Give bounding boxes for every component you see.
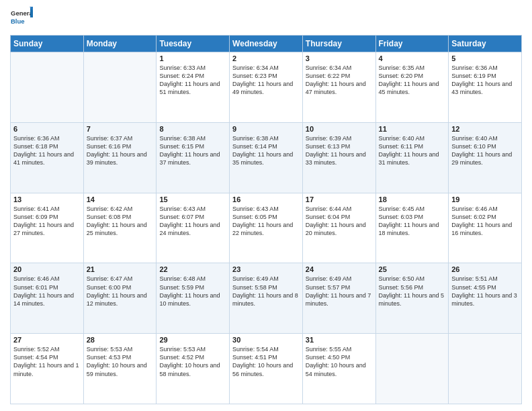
sunset-text: Sunset: 6:02 PM	[451, 214, 496, 220]
sunrise-text: Sunrise: 6:39 AM	[306, 135, 352, 142]
sunset-text: Sunset: 6:05 PM	[232, 214, 277, 220]
sunrise-text: Sunrise: 6:49 AM	[232, 275, 279, 282]
table-row: 3 Sunrise: 6:34 AM Sunset: 6:22 PM Dayli…	[302, 52, 375, 123]
day-number: 27	[13, 336, 81, 344]
sunrise-text: Sunrise: 6:43 AM	[232, 205, 279, 212]
sunset-text: Sunset: 6:09 PM	[13, 214, 58, 220]
sunset-text: Sunset: 4:51 PM	[232, 354, 277, 361]
table-row: 18 Sunrise: 6:45 AM Sunset: 6:03 PM Dayl…	[375, 193, 449, 263]
sunrise-text: Sunrise: 6:34 AM	[306, 64, 352, 71]
table-row: 14 Sunrise: 6:42 AM Sunset: 6:08 PM Dayl…	[83, 193, 157, 263]
sunrise-text: Sunrise: 5:52 AM	[13, 346, 60, 353]
col-tuesday: Tuesday	[157, 36, 230, 52]
sunset-text: Sunset: 6:15 PM	[159, 143, 204, 150]
sunset-text: Sunset: 6:19 PM	[451, 73, 496, 79]
table-row: 17 Sunrise: 6:44 AM Sunset: 6:04 PM Dayl…	[302, 193, 375, 263]
table-row: 5 Sunrise: 6:36 AM Sunset: 6:19 PM Dayli…	[449, 52, 522, 123]
table-row: 23 Sunrise: 6:49 AM Sunset: 5:58 PM Dayl…	[230, 263, 303, 334]
daylight-text: Daylight: 11 hours and 14 minutes.	[13, 292, 74, 307]
sunset-text: Sunset: 6:18 PM	[13, 143, 58, 150]
table-row: 6 Sunrise: 6:36 AM Sunset: 6:18 PM Dayli…	[11, 122, 84, 193]
daylight-text: Daylight: 10 hours and 59 minutes.	[87, 362, 147, 377]
col-sunday: Sunday	[11, 36, 84, 52]
table-row: 30 Sunrise: 5:54 AM Sunset: 4:51 PM Dayl…	[230, 334, 303, 404]
sunset-text: Sunset: 4:55 PM	[451, 284, 496, 291]
day-number: 22	[159, 265, 226, 273]
daylight-text: Daylight: 11 hours and 8 minutes.	[232, 292, 298, 307]
daylight-text: Daylight: 11 hours and 22 minutes.	[232, 222, 293, 236]
table-row: 31 Sunrise: 5:55 AM Sunset: 4:50 PM Dayl…	[302, 334, 375, 404]
col-thursday: Thursday	[302, 36, 375, 52]
col-saturday: Saturday	[449, 36, 522, 52]
header: General Blue	[10, 7, 522, 30]
day-number: 18	[379, 195, 446, 203]
table-row: 15 Sunrise: 6:43 AM Sunset: 6:07 PM Dayl…	[157, 193, 230, 263]
table-row: 19 Sunrise: 6:46 AM Sunset: 6:02 PM Dayl…	[449, 193, 522, 263]
sunrise-text: Sunrise: 6:44 AM	[306, 205, 352, 212]
daylight-text: Daylight: 11 hours and 49 minutes.	[232, 81, 293, 95]
sunset-text: Sunset: 6:07 PM	[159, 214, 204, 220]
day-number: 15	[159, 195, 226, 203]
table-row	[375, 334, 449, 404]
daylight-text: Daylight: 10 hours and 58 minutes.	[159, 362, 220, 377]
table-row	[449, 334, 522, 404]
sunset-text: Sunset: 6:04 PM	[306, 214, 351, 220]
day-number: 10	[306, 125, 373, 133]
table-row: 1 Sunrise: 6:33 AM Sunset: 6:24 PM Dayli…	[157, 52, 230, 123]
sunset-text: Sunset: 6:08 PM	[87, 214, 132, 220]
table-row: 26 Sunrise: 5:51 AM Sunset: 4:55 PM Dayl…	[449, 263, 522, 334]
day-number: 24	[306, 265, 373, 273]
sunrise-text: Sunrise: 6:38 AM	[159, 135, 206, 142]
sunset-text: Sunset: 6:22 PM	[306, 73, 351, 79]
day-number: 3	[306, 54, 373, 62]
sunrise-text: Sunrise: 6:40 AM	[451, 135, 498, 142]
daylight-text: Daylight: 11 hours and 27 minutes.	[13, 222, 74, 236]
sunset-text: Sunset: 6:10 PM	[451, 143, 496, 150]
daylight-text: Daylight: 11 hours and 12 minutes.	[87, 292, 147, 307]
calendar-week-row: 13 Sunrise: 6:41 AM Sunset: 6:09 PM Dayl…	[11, 193, 522, 263]
daylight-text: Daylight: 11 hours and 39 minutes.	[87, 151, 147, 166]
daylight-text: Daylight: 11 hours and 25 minutes.	[87, 222, 147, 236]
sunrise-text: Sunrise: 6:37 AM	[87, 135, 133, 142]
day-number: 14	[87, 195, 154, 203]
table-row: 11 Sunrise: 6:40 AM Sunset: 6:11 PM Dayl…	[375, 122, 449, 193]
day-number: 7	[87, 125, 154, 133]
sunset-text: Sunset: 4:54 PM	[13, 354, 58, 361]
day-number: 13	[13, 195, 81, 203]
table-row: 21 Sunrise: 6:47 AM Sunset: 6:00 PM Dayl…	[83, 263, 157, 334]
day-number: 19	[451, 195, 519, 203]
table-row: 25 Sunrise: 6:50 AM Sunset: 5:56 PM Dayl…	[375, 263, 449, 334]
day-number: 28	[87, 336, 154, 344]
calendar-week-row: 1 Sunrise: 6:33 AM Sunset: 6:24 PM Dayli…	[11, 52, 522, 123]
day-number: 25	[379, 265, 446, 273]
day-number: 4	[379, 54, 446, 62]
sunrise-text: Sunrise: 6:40 AM	[379, 135, 425, 142]
sunrise-text: Sunrise: 6:41 AM	[13, 205, 60, 212]
sunset-text: Sunset: 4:52 PM	[159, 354, 204, 361]
sunrise-text: Sunrise: 6:43 AM	[159, 205, 206, 212]
table-row: 27 Sunrise: 5:52 AM Sunset: 4:54 PM Dayl…	[11, 334, 84, 404]
table-row: 7 Sunrise: 6:37 AM Sunset: 6:16 PM Dayli…	[83, 122, 157, 193]
calendar-week-row: 20 Sunrise: 6:46 AM Sunset: 6:01 PM Dayl…	[11, 263, 522, 334]
table-row: 22 Sunrise: 6:48 AM Sunset: 5:59 PM Dayl…	[157, 263, 230, 334]
sunset-text: Sunset: 5:59 PM	[159, 284, 204, 291]
daylight-text: Daylight: 11 hours and 45 minutes.	[379, 81, 439, 95]
sunrise-text: Sunrise: 5:51 AM	[451, 275, 498, 282]
sunrise-text: Sunrise: 6:38 AM	[232, 135, 279, 142]
daylight-text: Daylight: 11 hours and 51 minutes.	[159, 81, 220, 95]
daylight-text: Daylight: 11 hours and 29 minutes.	[451, 151, 512, 166]
daylight-text: Daylight: 10 hours and 54 minutes.	[306, 362, 366, 377]
svg-text:General: General	[11, 9, 33, 17]
day-number: 6	[13, 125, 81, 133]
daylight-text: Daylight: 11 hours and 31 minutes.	[379, 151, 439, 166]
table-row: 8 Sunrise: 6:38 AM Sunset: 6:15 PM Dayli…	[157, 122, 230, 193]
day-number: 20	[13, 265, 81, 273]
table-row: 24 Sunrise: 6:49 AM Sunset: 5:57 PM Dayl…	[302, 263, 375, 334]
daylight-text: Daylight: 11 hours and 41 minutes.	[13, 151, 74, 166]
svg-text:Blue: Blue	[11, 17, 25, 25]
daylight-text: Daylight: 11 hours and 1 minute.	[13, 362, 79, 377]
daylight-text: Daylight: 11 hours and 10 minutes.	[159, 292, 220, 307]
table-row: 29 Sunrise: 5:53 AM Sunset: 4:52 PM Dayl…	[157, 334, 230, 404]
day-number: 2	[232, 54, 300, 62]
logo-svg: General Blue	[10, 7, 33, 30]
